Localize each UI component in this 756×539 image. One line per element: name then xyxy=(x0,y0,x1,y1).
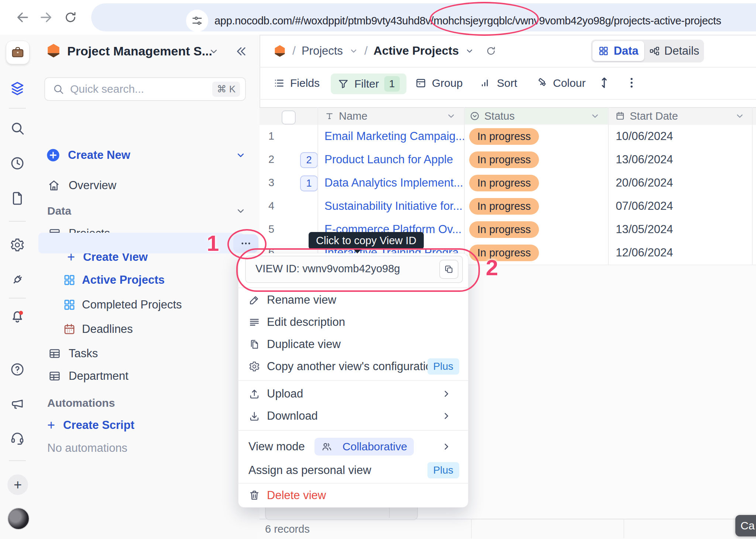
cell-name-link[interactable]: Email Marketing Campaig... xyxy=(324,125,465,147)
filter-button[interactable]: Filter 1 xyxy=(331,74,406,94)
sidebar-item-overview[interactable]: Overview xyxy=(35,174,260,197)
sidebar-table-department[interactable]: Department xyxy=(35,365,260,388)
name-column-chevron-icon[interactable] xyxy=(446,111,456,121)
chevron-down-icon[interactable] xyxy=(349,46,358,56)
browser-forward-icon[interactable] xyxy=(38,10,54,25)
overlay-cancel-button[interactable]: Ca xyxy=(735,515,756,536)
select-all-checkbox[interactable] xyxy=(282,110,296,124)
sidebar-view-deadlines[interactable]: Deadlines xyxy=(35,318,260,341)
menu-item-duplicate-view[interactable]: Duplicate view xyxy=(238,334,468,355)
site-settings-icon[interactable] xyxy=(186,10,208,32)
sidebar-view-completed-projects[interactable]: Completed Projects xyxy=(35,293,260,316)
breadcrumb-table[interactable]: Projects xyxy=(302,44,343,58)
view-id-label: VIEW ID: vwnv9vomb42yo98g xyxy=(255,256,400,281)
column-header-status[interactable]: Status xyxy=(470,107,515,125)
settings-gear-icon[interactable] xyxy=(0,237,35,253)
row-number: 5 xyxy=(265,218,278,240)
docs-file-icon[interactable] xyxy=(0,191,35,206)
table-row[interactable]: 4 Sustainability Initiative for... In pr… xyxy=(260,195,756,219)
base-logo-hexagon-icon[interactable] xyxy=(46,43,61,58)
filter-label: Filter xyxy=(354,78,379,90)
chevron-right-icon xyxy=(441,388,458,399)
address-bar[interactable]: app.nocodb.com/#/woxdppit/ptmb9vty43uhd8… xyxy=(91,3,756,31)
browser-back-icon[interactable] xyxy=(15,10,30,25)
sidebar-view-active-projects[interactable]: Active Projects xyxy=(35,269,260,291)
notifications-bell-icon[interactable] xyxy=(0,308,35,324)
workspace-avatar[interactable] xyxy=(6,41,30,64)
column-header-start-date[interactable]: Start Date xyxy=(615,107,678,125)
table-row[interactable]: 2 2 Product Launch for Apple In progress… xyxy=(260,148,756,172)
cell-start-date[interactable]: 20/06/2024 xyxy=(616,171,673,194)
cell-start-date[interactable]: 10/06/2024 xyxy=(616,125,673,147)
menu-item-delete-view[interactable]: Delete view xyxy=(238,485,468,506)
breadcrumb-view[interactable]: Active Projects xyxy=(374,44,459,58)
status-column-chevron-icon[interactable] xyxy=(590,111,600,121)
briefcase-icon xyxy=(10,45,25,60)
cell-name-link[interactable]: Data Analytics Implement... xyxy=(324,171,463,194)
chevron-down-icon[interactable] xyxy=(465,46,474,56)
browser-toolbar: app.nocodb.com/#/woxdppit/ptmb9vty43uhd8… xyxy=(0,0,756,35)
cell-start-date[interactable]: 07/06/2024 xyxy=(616,195,673,217)
table-row[interactable]: 1 Email Marketing Campaig... In progress… xyxy=(260,125,756,149)
status-badge[interactable]: In progress xyxy=(469,175,539,191)
copy-view-id-button[interactable] xyxy=(439,260,458,279)
row-number: 2 xyxy=(265,148,278,171)
tab-data[interactable]: Data xyxy=(592,41,644,61)
tab-details[interactable]: Details xyxy=(644,44,704,58)
text-field-icon xyxy=(324,111,334,121)
menu-item-download[interactable]: Download xyxy=(238,405,468,427)
menu-item-copy-view-config[interactable]: Copy another view's configuration Plus xyxy=(238,356,468,377)
cell-start-date[interactable]: 12/06/2024 xyxy=(616,241,673,264)
sidebar-section-data[interactable]: Data xyxy=(35,199,260,222)
status-badge[interactable]: In progress xyxy=(469,151,539,168)
plus-plan-badge: Plus xyxy=(427,358,459,375)
row-height-icon[interactable] xyxy=(597,76,611,90)
menu-item-view-mode[interactable]: View mode Collaborative xyxy=(238,436,468,457)
browser-reload-icon[interactable] xyxy=(63,10,78,24)
filter-funnel-icon xyxy=(337,78,349,90)
base-menu-chevron-icon[interactable] xyxy=(208,46,219,57)
announcements-megaphone-icon[interactable] xyxy=(0,396,35,412)
integrations-plug-icon[interactable] xyxy=(0,272,35,287)
fields-button[interactable]: Fields xyxy=(273,67,320,99)
date-column-chevron-icon[interactable] xyxy=(735,111,745,121)
help-icon[interactable] xyxy=(0,362,35,377)
recent-clock-icon[interactable] xyxy=(0,156,35,171)
status-badge[interactable]: In progress xyxy=(469,128,539,145)
cell-start-date[interactable]: 13/06/2024 xyxy=(616,148,673,171)
quick-search-input[interactable]: Quick search... ⌘ K xyxy=(44,77,246,101)
view-id-row[interactable]: VIEW ID: vwnv9vomb42yo98g xyxy=(245,256,463,283)
sidebar-item-create-script[interactable]: + Create Script xyxy=(35,414,260,437)
toolbar-more-icon[interactable] xyxy=(625,76,639,90)
base-layers-icon[interactable] xyxy=(0,81,35,97)
menu-item-edit-description[interactable]: Edit description xyxy=(238,311,468,333)
row-expand-count-badge[interactable]: 2 xyxy=(300,152,318,168)
view-context-menu: VIEW ID: vwnv9vomb42yo98g Rename view Ed… xyxy=(238,253,468,508)
row-expand-count-badge[interactable]: 1 xyxy=(300,175,318,191)
support-headset-icon[interactable] xyxy=(0,430,35,446)
user-avatar[interactable] xyxy=(7,508,30,530)
name-header-label: Name xyxy=(339,110,367,122)
menu-item-upload[interactable]: Upload xyxy=(238,383,468,405)
sidebar-item-create-new[interactable]: Create New xyxy=(35,144,260,167)
cell-name-link[interactable]: Product Launch for Apple xyxy=(324,148,453,171)
sidebar-table-tasks[interactable]: Tasks xyxy=(35,342,260,365)
status-badge[interactable]: In progress xyxy=(469,245,539,261)
status-badge[interactable]: In progress xyxy=(469,221,539,238)
view-context-menu-button[interactable] xyxy=(233,234,258,253)
menu-item-rename-view[interactable]: Rename view xyxy=(238,289,468,311)
column-header-name[interactable]: Name xyxy=(324,107,367,125)
colour-button[interactable]: Colour xyxy=(536,67,585,99)
add-workspace-button[interactable]: + xyxy=(7,474,28,495)
status-badge[interactable]: In progress xyxy=(469,198,539,215)
base-title[interactable]: Project Management S... xyxy=(67,43,212,59)
refresh-icon[interactable] xyxy=(485,45,496,57)
search-icon[interactable] xyxy=(0,120,35,136)
table-row[interactable]: 3 1 Data Analytics Implement... In progr… xyxy=(260,171,756,195)
sort-button[interactable]: Sort xyxy=(480,67,517,99)
cell-start-date[interactable]: 13/05/2024 xyxy=(616,218,673,240)
cell-name-link[interactable]: Sustainability Initiative for... xyxy=(324,195,463,217)
group-button[interactable]: Group xyxy=(415,67,463,99)
menu-item-assign-personal-view[interactable]: Assign as personal view Plus xyxy=(238,460,468,481)
collapse-sidebar-icon[interactable] xyxy=(234,44,248,58)
